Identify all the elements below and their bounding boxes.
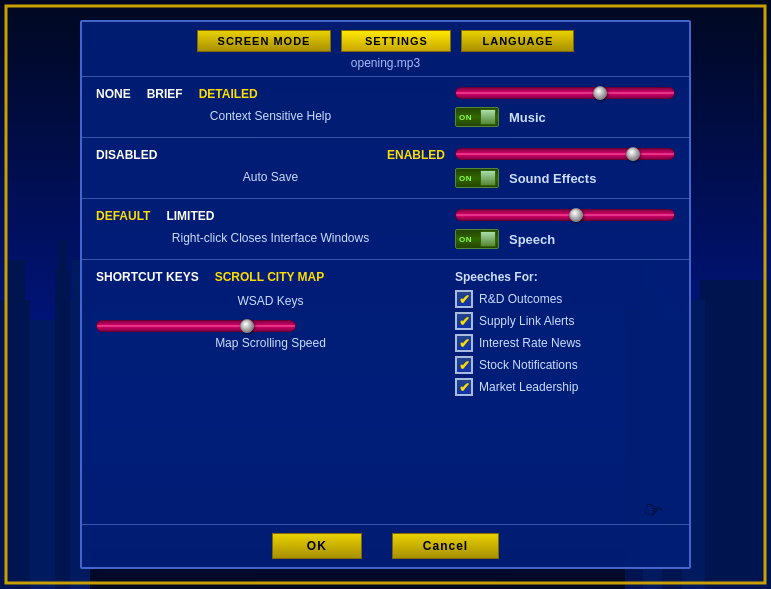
section-wsad: SHORTCUT KEYS SCROLL CITY MAP WSAD Keys … [82,259,689,524]
section-rightclick: DEFAULT LIMITED Right-click Closes Inter… [82,198,689,259]
speech-toggle-knob[interactable] [480,231,496,247]
svg-rect-3 [30,320,55,589]
context-help-label: Context Sensitive Help [96,109,445,123]
speech-volume-slider[interactable] [455,209,675,221]
music-toggle-label: ON [459,113,472,122]
svg-rect-5 [58,240,67,270]
option-detailed[interactable]: DETAILED [199,87,258,101]
section-left-2: DISABLED ENABLED Auto Save [96,148,445,188]
checkbox-interest-rate-label: Interest Rate News [479,336,581,350]
ok-button[interactable]: OK [272,533,362,559]
music-toggle-knob[interactable] [480,109,496,125]
sound-toggle-knob[interactable] [480,170,496,186]
sound-toggle[interactable]: ON [455,168,499,188]
options-3: DEFAULT LIMITED [96,209,445,223]
option-scroll-city-map[interactable]: SCROLL CITY MAP [215,270,325,284]
section-right-3: ON Speech [455,209,675,249]
options-4: SHORTCUT KEYS SCROLL CITY MAP [96,270,445,284]
checkmark-rd: ✔ [459,293,470,306]
speech-label: Speech [509,232,555,247]
checkbox-supply-link: ✔ Supply Link Alerts [455,312,675,330]
sound-label: Sound Effects [509,171,596,186]
map-slider-container: Map Scrolling Speed [96,320,445,350]
checkbox-interest-rate: ✔ Interest Rate News [455,334,675,352]
option-enabled[interactable]: ENABLED [387,148,445,162]
option-none[interactable]: NONE [96,87,131,101]
sound-toggle-label: ON [459,174,472,183]
music-label: Music [509,110,546,125]
option-limited[interactable]: LIMITED [166,209,214,223]
sound-volume-slider[interactable] [455,148,675,160]
checkbox-market-leadership-box[interactable]: ✔ [455,378,473,396]
section-right-4: Speeches For: ✔ R&D Outcomes ✔ Supply Li… [455,270,675,396]
section-left-1: NONE BRIEF DETAILED Context Sensitive He… [96,87,445,127]
checkbox-stock-notifications: ✔ Stock Notifications [455,356,675,374]
section-context-help: NONE BRIEF DETAILED Context Sensitive He… [82,76,689,137]
tab-language[interactable]: LANGUAGE [461,30,574,52]
checkbox-market-leadership-label: Market Leadership [479,380,578,394]
checkmark-market: ✔ [459,381,470,394]
section-left-4: SHORTCUT KEYS SCROLL CITY MAP WSAD Keys … [96,270,445,350]
speech-toggle-row: ON Speech [455,229,675,249]
svg-rect-8 [700,280,771,589]
section-right-1: ON Music [455,87,675,127]
speech-toggle-label: ON [459,235,472,244]
options-2: DISABLED ENABLED [96,148,445,162]
map-scrolling-knob[interactable] [240,319,254,333]
section-left-3: DEFAULT LIMITED Right-click Closes Inter… [96,209,445,249]
svg-rect-4 [55,270,70,589]
option-brief[interactable]: BRIEF [147,87,183,101]
speech-volume-knob[interactable] [569,208,583,222]
map-scrolling-label: Map Scrolling Speed [96,336,445,350]
filename-label: opening.mp3 [82,52,689,76]
music-toggle[interactable]: ON [455,107,499,127]
map-scrolling-slider[interactable] [96,320,296,332]
option-disabled[interactable]: DISABLED [96,148,157,162]
tab-screen-mode[interactable]: SCREEN MODE [197,30,332,52]
bottom-bar: OK Cancel [82,524,689,567]
sound-volume-knob[interactable] [626,147,640,161]
checkbox-rd-outcomes-box[interactable]: ✔ [455,290,473,308]
checkbox-rd-outcomes: ✔ R&D Outcomes [455,290,675,308]
music-volume-knob[interactable] [593,86,607,100]
checkbox-stock-notifications-box[interactable]: ✔ [455,356,473,374]
tab-bar: SCREEN MODE SETTINGS LANGUAGE [82,22,689,52]
section-right-2: ON Sound Effects [455,148,675,188]
auto-save-label: Auto Save [96,170,445,184]
section-auto-save: DISABLED ENABLED Auto Save ON Sound Effe… [82,137,689,198]
speeches-list: ✔ R&D Outcomes ✔ Supply Link Alerts ✔ [455,290,675,396]
music-toggle-row: ON Music [455,107,675,127]
sound-toggle-row: ON Sound Effects [455,168,675,188]
settings-dialog: SCREEN MODE SETTINGS LANGUAGE opening.mp… [80,20,691,569]
cancel-button[interactable]: Cancel [392,533,499,559]
speech-toggle[interactable]: ON [455,229,499,249]
options-1: NONE BRIEF DETAILED [96,87,445,101]
speeches-title: Speeches For: [455,270,675,284]
checkbox-supply-link-label: Supply Link Alerts [479,314,574,328]
checkbox-interest-rate-box[interactable]: ✔ [455,334,473,352]
content-area: NONE BRIEF DETAILED Context Sensitive He… [82,76,689,524]
checkbox-supply-link-box[interactable]: ✔ [455,312,473,330]
checkbox-market-leadership: ✔ Market Leadership [455,378,675,396]
checkmark-stock: ✔ [459,359,470,372]
music-volume-slider[interactable] [455,87,675,99]
checkmark-interest: ✔ [459,337,470,350]
checkbox-stock-notifications-label: Stock Notifications [479,358,578,372]
checkmark-supply: ✔ [459,315,470,328]
rightclick-label: Right-click Closes Interface Windows [96,231,445,245]
wsad-label: WSAD Keys [96,294,445,308]
svg-rect-2 [5,260,25,300]
checkbox-rd-outcomes-label: R&D Outcomes [479,292,562,306]
tab-settings[interactable]: SETTINGS [341,30,451,52]
option-shortcut-keys[interactable]: SHORTCUT KEYS [96,270,199,284]
option-default[interactable]: DEFAULT [96,209,150,223]
